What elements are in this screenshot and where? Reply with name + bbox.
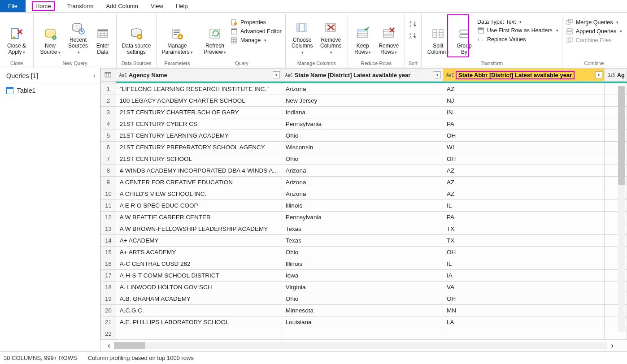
cell[interactable]: AZ <box>443 177 605 188</box>
cell[interactable]: A.C.G.C. <box>116 305 282 316</box>
cell[interactable]: IL <box>443 200 605 212</box>
row-number[interactable]: 14 <box>101 235 116 247</box>
cell[interactable]: AZ <box>443 188 605 200</box>
column-header[interactable]: ABCAgency Name▾ <box>116 69 282 82</box>
append-queries-button[interactable]: Append Queries▾ <box>566 28 622 35</box>
queries-collapse-button[interactable]: ‹ <box>93 72 96 79</box>
cell[interactable]: "LIFELONG LEARNING RESEARCH INSTITUTE IN… <box>116 83 282 95</box>
tab-transform[interactable]: Transform <box>61 0 100 12</box>
row-number[interactable]: 12 <box>101 212 116 223</box>
advanced-editor-button[interactable]: Advanced Editor <box>231 28 282 35</box>
data-grid[interactable]: ABCAgency Name▾ABCState Name [District] … <box>100 68 627 340</box>
cell[interactable]: PA <box>443 212 605 223</box>
row-number[interactable]: 11 <box>101 200 116 212</box>
tab-home[interactable]: Home <box>26 0 61 12</box>
cell[interactable]: TX <box>443 235 605 247</box>
table-row[interactable]: 421ST CENTURY CYBER CSPennsylvaniaPA <box>101 118 627 130</box>
split-column-button[interactable]: Split Column▾ <box>425 16 451 57</box>
cell[interactable]: WI <box>443 142 605 153</box>
column-type-icon[interactable]: ABC <box>445 73 454 78</box>
cell[interactable]: Illinois <box>282 200 443 212</box>
scroll-left-button[interactable]: ‹ <box>104 341 114 350</box>
cell[interactable]: A. LINWOOD HOLTON GOV SCH <box>116 282 282 293</box>
column-header[interactable]: ABCState Name [District] Latest availabl… <box>282 69 443 82</box>
column-type-icon[interactable]: 123 <box>606 73 615 78</box>
cell[interactable]: A.B. GRAHAM ACADEMY <box>116 293 282 305</box>
cell[interactable]: OH <box>443 293 605 305</box>
group-by-button[interactable]: Group By <box>454 16 475 57</box>
tab-file[interactable]: File <box>0 0 26 12</box>
column-header[interactable]: 123Ag <box>604 69 627 82</box>
close-apply-button[interactable]: Close & Apply▾ <box>4 16 30 57</box>
table-row[interactable]: 1"LIFELONG LEARNING RESEARCH INSTITUTE I… <box>101 83 627 95</box>
table-row[interactable]: 11A E R O SPEC EDUC COOPIllinoisIL <box>101 200 627 212</box>
cell[interactable]: OH <box>443 130 605 142</box>
table-row[interactable]: 84-WINDS ACADEMY INCORPORATED DBA 4-WIND… <box>101 165 627 177</box>
manage-parameters-button[interactable]: Manage Parameters▾ <box>160 16 194 57</box>
row-number[interactable]: 1 <box>101 83 116 95</box>
new-source-button[interactable]: + New Source▾ <box>37 16 63 57</box>
cell[interactable]: OH <box>443 153 605 165</box>
table-row[interactable]: 19A.B. GRAHAM ACADEMYOhioOH <box>101 293 627 305</box>
row-number[interactable]: 15 <box>101 247 116 258</box>
cell[interactable]: Arizona <box>282 165 443 177</box>
cell[interactable]: Minnesota <box>282 305 443 316</box>
table-row[interactable]: 621ST CENTURY PREPARATORY SCHOOL AGENCYW… <box>101 142 627 153</box>
horizontal-scroll-thumb[interactable] <box>114 342 145 349</box>
cell[interactable]: Pennsylvania <box>282 212 443 223</box>
data-source-settings-button[interactable]: Data source settings <box>120 16 152 57</box>
cell[interactable]: Arizona <box>282 83 443 95</box>
column-type-icon[interactable]: ABC <box>284 73 293 78</box>
row-number-header[interactable] <box>101 69 116 82</box>
cell[interactable]: Texas <box>282 235 443 247</box>
cell[interactable]: A-H-S-T COMM SCHOOL DISTRICT <box>116 270 282 282</box>
table-row[interactable]: 321ST CENTURY CHARTER SCH OF GARYIndiana… <box>101 107 627 118</box>
table-row[interactable]: 721ST CENTURY SCHOOLOhioOH <box>101 153 627 165</box>
cell[interactable]: AZ <box>443 165 605 177</box>
cell[interactable]: A+ ARTS ACADEMY <box>116 247 282 258</box>
cell[interactable]: MN <box>443 305 605 316</box>
cell[interactable]: OH <box>443 247 605 258</box>
remove-rows-button[interactable]: Remove Rows▾ <box>377 16 401 57</box>
cell[interactable]: Ohio <box>282 130 443 142</box>
cell[interactable]: IL <box>443 258 605 270</box>
merge-queries-button[interactable]: Merge Queries▾ <box>566 19 622 26</box>
cell[interactable]: 21ST CENTURY PREPARATORY SCHOOL AGENCY <box>116 142 282 153</box>
row-number[interactable]: 16 <box>101 258 116 270</box>
cell[interactable]: Virginia <box>282 282 443 293</box>
cell[interactable]: 21ST CENTURY SCHOOL <box>116 153 282 165</box>
cell[interactable]: Texas <box>282 223 443 235</box>
column-header[interactable]: ABCState Abbr [District] Latest availabl… <box>443 69 605 82</box>
cell[interactable]: Arizona <box>282 188 443 200</box>
manage-query-button[interactable]: Manage▾ <box>231 37 282 44</box>
column-filter-button[interactable]: ▾ <box>273 71 280 78</box>
cell[interactable] <box>282 328 443 340</box>
cell[interactable]: Iowa <box>282 270 443 282</box>
cell[interactable]: 21ST CENTURY CHARTER SCH OF GARY <box>116 107 282 118</box>
cell[interactable] <box>443 328 605 340</box>
cell[interactable]: A CHILD'S VIEW SCHOOL INC. <box>116 188 282 200</box>
row-number[interactable]: 17 <box>101 270 116 282</box>
row-number[interactable]: 18 <box>101 282 116 293</box>
cell[interactable]: AZ <box>443 83 605 95</box>
table-row[interactable]: 521ST CENTURY LEARNING ACADEMYOhioOH <box>101 130 627 142</box>
cell[interactable]: Ohio <box>282 153 443 165</box>
cell[interactable] <box>116 328 282 340</box>
cell[interactable]: Ohio <box>282 247 443 258</box>
cell[interactable]: A E R O SPEC EDUC COOP <box>116 200 282 212</box>
scroll-right-button[interactable]: › <box>607 341 617 350</box>
cell[interactable]: A CENTER FOR CREATIVE EDUCATION <box>116 177 282 188</box>
row-number[interactable]: 5 <box>101 130 116 142</box>
choose-columns-button[interactable]: Choose Columns▾ <box>289 16 315 57</box>
row-number[interactable]: 7 <box>101 153 116 165</box>
properties-button[interactable]: Properties <box>231 19 282 26</box>
replace-values-button[interactable]: 1→2Replace Values <box>477 36 558 43</box>
query-item[interactable]: Table1 <box>0 83 100 98</box>
cell[interactable]: Indiana <box>282 107 443 118</box>
table-row[interactable]: 9A CENTER FOR CREATIVE EDUCATIONArizonaA… <box>101 177 627 188</box>
table-row[interactable]: 2100 LEGACY ACADEMY CHARTER SCHOOLNew Je… <box>101 95 627 107</box>
cell[interactable]: LA <box>443 316 605 328</box>
table-row[interactable]: 13A W BROWN-FELLOWSHIP LEADERSHIP ACADEM… <box>101 223 627 235</box>
table-row[interactable]: 17A-H-S-T COMM SCHOOL DISTRICTIowaIA <box>101 270 627 282</box>
cell[interactable]: IA <box>443 270 605 282</box>
